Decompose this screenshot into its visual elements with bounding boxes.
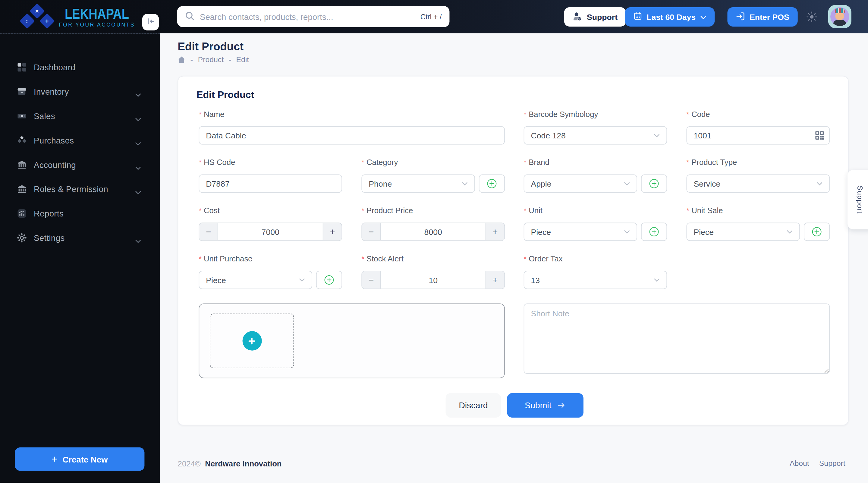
product-price-input[interactable] [381,223,486,240]
breadcrumb-product[interactable]: Product [198,56,224,64]
breadcrumb-edit[interactable]: Edit [236,56,249,64]
short-note-textarea[interactable] [524,304,830,374]
category-field-wrap: Phone [361,175,505,193]
home-icon[interactable] [178,56,186,64]
category-value: Phone [369,179,392,188]
stock-alert-input[interactable] [381,271,486,289]
date-range-button[interactable]: Last 60 Days [625,7,715,27]
cash-icon [17,111,27,120]
user-avatar[interactable] [828,5,851,28]
sidebar-item-inventory[interactable]: Inventory [0,79,160,104]
create-new-button[interactable]: + Create New [15,447,145,471]
unit-purchase-select[interactable]: Piece [198,271,312,289]
qr-code-icon[interactable] [815,130,824,140]
search-icon [185,11,194,23]
collapse-icon [147,17,155,27]
product-type-select[interactable]: Service [687,175,830,193]
unit-sale-label: *Unit Sale [687,206,723,215]
hs-code-input[interactable] [198,175,342,193]
plus-circle-icon [324,275,334,285]
brand-label: *Brand [524,158,550,167]
support-side-tab-label: Support [856,185,864,213]
add-brand-button[interactable] [641,175,667,193]
footer-support-link[interactable]: Support [819,459,845,467]
topbar: × : + LEKHAPAL FOR YOUR ACCOUNTS Ctrl + … [0,0,868,33]
sidebar-item-dashboard[interactable]: Dashboard [0,55,160,79]
login-icon [736,11,745,23]
theme-toggle[interactable] [806,11,818,23]
search-input[interactable] [200,12,415,21]
hs-code-field-wrap [198,175,342,193]
logo-diamond-plus: + [39,13,55,29]
barcode-symbology-field-wrap: Code 128 [524,126,667,145]
add-unit-button[interactable] [641,222,667,241]
chevron-down-icon [654,133,660,138]
chevron-down-icon [786,230,793,234]
support-button[interactable]: Support [564,7,626,27]
support-side-tab[interactable]: Support [847,170,868,230]
sidebar-item-accounting[interactable]: Accounting [0,152,160,177]
sidebar-item-label: Roles & Permission [34,184,108,193]
cost-label: *Cost [198,206,220,215]
cost-increment-button[interactable]: + [323,223,341,240]
sidebar-item-label: Dashboard [34,62,75,72]
create-new-label: Create New [62,454,107,464]
sidebar-item-purchases[interactable]: Purchases [0,128,160,152]
unit-select[interactable]: Piece [524,222,638,241]
image-upload-dropzone[interactable] [210,313,294,368]
order-tax-label: *Order Tax [524,254,563,263]
stock-alert-decrement-button[interactable]: − [362,271,381,289]
sidebar-item-roles-permission[interactable]: Roles & Permission [0,177,160,201]
plus-circle-icon [649,178,659,189]
barcode-symbology-select[interactable]: Code 128 [524,126,667,145]
hs-code-label: *HS Code [198,158,235,167]
brand-select[interactable]: Apple [524,175,638,193]
product-price-decrement-button[interactable]: − [362,223,381,240]
discard-button[interactable]: Discard [446,393,501,418]
cost-decrement-button[interactable]: − [199,223,218,240]
product-price-increment-button[interactable]: + [486,223,504,240]
chevron-down-icon [816,181,823,186]
unit-value: Piece [531,227,551,236]
date-range-label: Last 60 Days [647,12,695,21]
barcode-symbology-value: Code 128 [531,131,566,140]
add-unit-purchase-button[interactable] [316,271,342,289]
add-unit-sale-button[interactable] [804,222,830,241]
footer-copyright: 2024© Nerdware Innovation [178,459,282,468]
search-shortcut-hint: Ctrl + / [421,12,442,21]
sidebar-item-sales[interactable]: Sales [0,103,160,128]
logo-symbol: : [26,18,28,24]
code-input[interactable] [687,126,830,145]
grid-icon [17,62,27,72]
stock-alert-increment-button[interactable]: + [486,271,504,289]
global-search: Ctrl + / [177,6,450,27]
submit-button[interactable]: Submit [507,393,583,418]
category-select[interactable]: Phone [361,175,475,193]
breadcrumb: - Product - Edit [178,56,249,64]
app-root: × : + LEKHAPAL FOR YOUR ACCOUNTS Ctrl + … [0,0,868,483]
add-image-button[interactable] [242,331,261,350]
support-button-label: Support [587,12,618,21]
brand-text: LEKHAPAL FOR YOUR ACCOUNTS [56,7,138,28]
order-tax-select[interactable]: 13 [524,271,667,289]
enter-pos-button[interactable]: Enter POS [727,7,798,27]
unit-field-wrap: Piece [524,222,667,241]
logo-symbol: × [35,8,39,14]
add-category-button[interactable] [479,175,505,193]
footer-about-link[interactable]: About [789,459,809,467]
bank-icon [17,184,27,193]
edit-product-card: Edit Product *Name *Barcode Symbology *C… [178,76,849,425]
footer-company: Nerdware Innovation [205,459,281,468]
submit-label: Submit [525,400,552,410]
sidebar-item-settings[interactable]: Settings [0,225,160,250]
sidebar-item-reports[interactable]: Reports [0,201,160,225]
bank-icon [17,160,27,169]
unit-sale-select[interactable]: Piece [687,222,800,241]
unit-sale-value: Piece [693,227,714,236]
sidebar-collapse-button[interactable] [142,14,159,30]
cost-input[interactable] [218,223,323,240]
plus-circle-icon [649,227,659,237]
code-field-wrap [687,126,830,145]
sidebar-item-label: Reports [34,209,64,218]
name-input[interactable] [198,126,505,145]
